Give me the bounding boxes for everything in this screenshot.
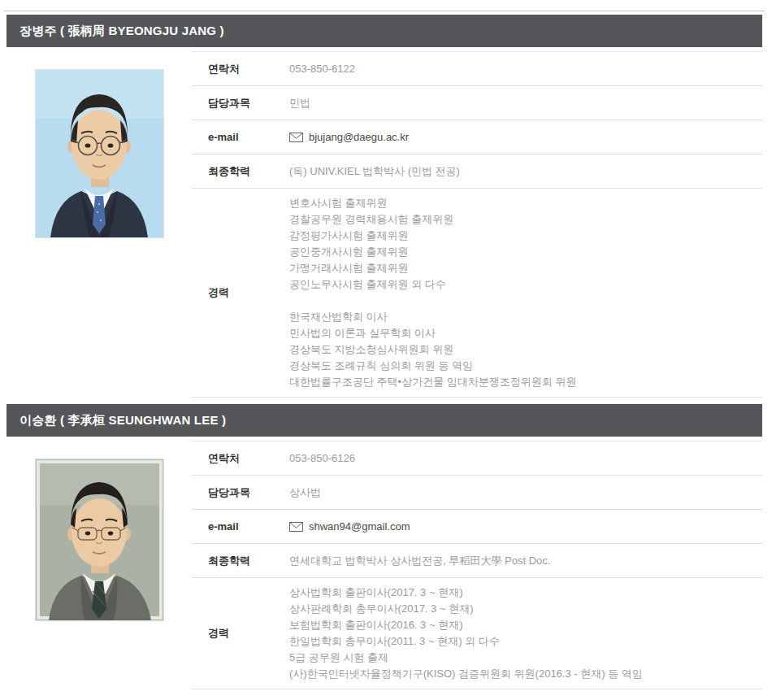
portrait-illustration	[36, 459, 163, 620]
career-line-item: 가맹거래사시험 출제위원	[289, 260, 762, 276]
professor-photo	[35, 459, 164, 621]
education-label: 최종학력	[192, 164, 289, 179]
envelope-icon	[289, 133, 303, 142]
career-line-spacer	[289, 293, 762, 309]
email-link[interactable]: shwan94@gmail.com	[289, 520, 762, 533]
career-label: 경력	[192, 285, 289, 300]
career-line-item: 상사판례학회 총무이사(2017. 3 ~ 현재)	[289, 601, 762, 617]
profile-section-jang: 장병주 ( 張柄周 BYEONGJU JANG )	[7, 15, 762, 398]
career-line-item: 한국재산법학회 이사	[289, 309, 762, 325]
email-row: e-mail shwan94@gmail.com	[192, 510, 762, 544]
career-line-item: 공인노무사시험 출제위원 외 다수	[289, 276, 762, 293]
profile-section-lee: 이승환 ( 李承桓 SEUNGHWAN LEE )	[7, 404, 762, 689]
career-line-item: 감정평가사시험 출제위원	[289, 228, 762, 244]
career-line-item: 보험법학회 출판이사(2016. 3 ~ 현재)	[289, 617, 762, 633]
career-row: 경력 상사법학회 출판이사(2017. 3 ~ 현재) 상사판례학회 총무이사(…	[192, 578, 762, 689]
profile-header: 장병주 ( 張柄周 BYEONGJU JANG )	[7, 15, 762, 47]
info-table: 연락처 053-850-6122 담당과목 민법 e-mail	[192, 51, 762, 398]
education-row: 최종학력 연세대학교 법학박사 상사법전공, 早稻田大學 Post Doc.	[192, 544, 762, 578]
education-label: 최종학력	[192, 554, 289, 568]
career-line-item: 변호사시험 출제위원	[289, 195, 762, 211]
career-line-item: 대한법률구조공단 주택•상가건물 임대차분쟁조정위원회 위원	[289, 374, 762, 390]
education-value: 연세대학교 법학박사 상사법전공, 早稻田大學 Post Doc.	[289, 554, 762, 568]
email-address: shwan94@gmail.com	[309, 520, 410, 533]
profile-header: 이승환 ( 李承桓 SEUNGHWAN LEE )	[7, 404, 762, 437]
faculty-profile-page: 장병주 ( 張柄周 BYEONGJU JANG )	[0, 11, 772, 689]
subject-label: 담당과목	[192, 96, 289, 111]
career-line-item: 5급 공무원 시험 출제	[289, 650, 762, 666]
career-line-item: 경상북도 조례규칙 심의회 위원 등 역임	[289, 358, 762, 374]
subject-row: 담당과목 민법	[192, 86, 762, 120]
email-label: e-mail	[192, 520, 289, 533]
career-line-item: 민사법의 이론과 실무학회 이사	[289, 325, 762, 341]
subject-value: 상사법	[289, 485, 762, 500]
email-row: e-mail bjujang@daegu.ac.kr	[192, 120, 762, 154]
career-line-item: 한일법학회 총무이사(2011. 3 ~ 현재) 외 다수	[289, 633, 762, 650]
email-address: bjujang@daegu.ac.kr	[309, 131, 409, 143]
contact-label: 연락처	[192, 62, 289, 76]
career-label: 경력	[192, 626, 289, 641]
career-row: 경력 변호사시험 출제위원 경찰공무원 경력채용시험 출제위원 감정평가사시험 …	[192, 189, 762, 398]
email-label: e-mail	[192, 131, 289, 143]
professor-photo	[35, 69, 164, 238]
career-line-item: 경상북도 지방소청심사위원회 위원	[289, 341, 762, 358]
envelope-icon	[289, 522, 303, 532]
education-row: 최종학력 (독) UNIV.KIEL 법학박사 (민법 전공)	[192, 154, 762, 189]
subject-label: 담당과목	[192, 485, 289, 500]
career-lines: 변호사시험 출제위원 경찰공무원 경력채용시험 출제위원 감정평가사시험 출제위…	[289, 195, 762, 390]
career-line-item: (사)한국인터넷자율정책기구(KISO) 검증위원회 위원(2016.3 - 현…	[289, 666, 762, 682]
info-table: 연락처 053-850-6126 담당과목 상사법 e-mail	[192, 441, 762, 689]
contact-label: 연락처	[192, 451, 289, 466]
subject-row: 담당과목 상사법	[192, 476, 762, 510]
contact-row: 연락처 053-850-6126	[192, 441, 762, 476]
career-line-item: 공인중개사시험 출제위원	[289, 244, 762, 260]
contact-value: 053-850-6126	[289, 452, 762, 464]
contact-value: 053-850-6122	[289, 63, 762, 75]
top-divider	[4, 11, 765, 11]
education-value: (독) UNIV.KIEL 법학박사 (민법 전공)	[289, 164, 762, 179]
career-line-item: 상사법학회 출판이사(2017. 3 ~ 현재)	[289, 585, 762, 601]
career-lines: 상사법학회 출판이사(2017. 3 ~ 현재) 상사판례학회 총무이사(201…	[289, 585, 762, 682]
subject-value: 민법	[289, 96, 762, 111]
career-line-item: 경찰공무원 경력채용시험 출제위원	[289, 211, 762, 228]
email-link[interactable]: bjujang@daegu.ac.kr	[289, 131, 762, 143]
portrait-illustration	[36, 70, 163, 237]
contact-row: 연락처 053-850-6122	[192, 52, 762, 86]
